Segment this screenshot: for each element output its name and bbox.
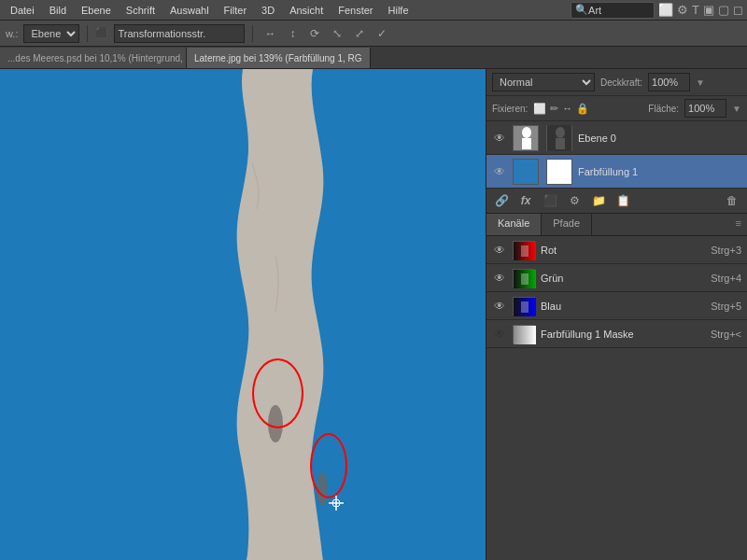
fix-icons: ⬜ ✏ ↔ 🔒	[533, 103, 589, 115]
channel-thumb-gruen	[513, 269, 535, 287]
toolbar-icon-5[interactable]: ▢	[718, 3, 729, 17]
panel-menu-arrow[interactable]: ≡	[730, 214, 747, 235]
channel-blau[interactable]: 👁 Blau Strg+5	[486, 292, 747, 320]
channel-thumb-blau	[513, 297, 535, 315]
canvas-svg	[0, 69, 486, 560]
channel-name-gruen: Grün	[541, 273, 705, 284]
opacity-input[interactable]	[648, 73, 690, 91]
canvas-area[interactable]	[0, 69, 486, 560]
fix-label: Fixieren:	[492, 104, 528, 114]
menu-bar: Datei Bild Ebene Schrift Auswahl Filter …	[0, 0, 747, 21]
channel-shortcut-mask: Strg+<	[711, 329, 741, 340]
svg-rect-11	[556, 138, 565, 149]
tab-0[interactable]: ...des Meeres.psd bei 10,1% (Hintergrund…	[0, 48, 187, 68]
layer-name-0: Ebene 0	[578, 133, 741, 144]
menu-auswahl[interactable]: Auswahl	[163, 3, 216, 18]
toolbar-btn-4[interactable]: ⤡	[328, 24, 346, 43]
tab-pfade[interactable]: Pfade	[542, 214, 592, 235]
flache-label: Fläche:	[648, 104, 679, 114]
menu-datei[interactable]: Datei	[4, 3, 41, 18]
toolbar-icon-2[interactable]: ⚙	[677, 3, 688, 17]
toolbar-btn-6[interactable]: ✓	[373, 24, 391, 43]
channel-mask[interactable]: 👁 Farbfüllung 1 Maske Strg+<	[486, 320, 747, 348]
opacity-arrow[interactable]: ▼	[696, 77, 705, 88]
channel-thumb-rot	[513, 241, 535, 259]
blend-mode-select[interactable]: Normal Multiplizieren Überlagern	[492, 73, 595, 91]
fix-icon-4[interactable]: 🔒	[576, 103, 589, 115]
toolbar-divider-1	[87, 25, 88, 42]
toolbar-btn-5[interactable]: ⤢	[350, 24, 369, 43]
fix-row: Fixieren: ⬜ ✏ ↔ 🔒 Fläche: ▼	[486, 96, 747, 121]
new-layer-icon[interactable]: 📋	[613, 192, 632, 209]
blend-row: Normal Multiplizieren Überlagern Deckkra…	[486, 69, 747, 96]
channel-shortcut-blau: Strg+5	[711, 301, 741, 312]
menu-bild[interactable]: Bild	[43, 3, 73, 18]
svg-rect-17	[521, 301, 529, 313]
menu-filter[interactable]: Filter	[218, 3, 253, 18]
toolbar-btn-3[interactable]: ⟳	[305, 24, 324, 43]
layer-farbfullung1[interactable]: 👁 Farbfüllung 1	[486, 155, 747, 189]
main-area: Normal Multiplizieren Überlagern Deckkra…	[0, 69, 747, 560]
svg-rect-18	[514, 326, 536, 344]
layer-thumb-1	[513, 159, 539, 185]
menu-ansicht[interactable]: Ansicht	[283, 3, 330, 18]
channel-name-mask: Farbfüllung 1 Maske	[541, 329, 705, 340]
link-icon[interactable]: 🔗	[492, 192, 511, 209]
tab-kanale[interactable]: Kanäle	[486, 214, 542, 235]
flache-input[interactable]	[684, 99, 726, 118]
toolbar-btn-1[interactable]: ↔	[261, 24, 279, 43]
channel-eye-gruen[interactable]: 👁	[492, 271, 507, 286]
cursor	[327, 494, 345, 512]
toolbar-icons: ↔ ↕ ⟳ ⤡ ⤢ ✓	[261, 24, 391, 43]
layer-eye-1[interactable]: 👁	[492, 164, 507, 179]
channel-rot[interactable]: 👁 Rot Strg+3	[486, 236, 747, 264]
toolbar-btn-2[interactable]: ↕	[283, 24, 302, 43]
red-circle-2	[310, 433, 347, 498]
fix-icon-2[interactable]: ✏	[550, 103, 558, 115]
delete-icon[interactable]: 🗑	[723, 192, 741, 209]
tabs-bar: ...des Meeres.psd bei 10,1% (Hintergrund…	[0, 47, 747, 69]
channel-eye-rot[interactable]: 👁	[492, 243, 507, 258]
toolbar: w.: Ebene ⬛ ↔ ↕ ⟳ ⤡ ⤢ ✓	[0, 21, 747, 47]
layer-thumb-0	[513, 125, 539, 151]
menu-hilfe[interactable]: Hilfe	[382, 3, 416, 18]
channel-eye-blau[interactable]: 👁	[492, 299, 507, 314]
toolbar-icon-4[interactable]: ▣	[703, 3, 714, 17]
flache-arrow[interactable]: ▼	[732, 104, 741, 114]
svg-rect-15	[521, 273, 529, 285]
channel-name-blau: Blau	[541, 301, 705, 312]
toolbar-label: w.:	[6, 28, 18, 39]
menu-ebene[interactable]: Ebene	[75, 3, 118, 18]
toolbar-icon-3[interactable]: T	[692, 3, 699, 17]
fix-icon-3[interactable]: ↔	[562, 103, 572, 114]
layer-eye-0[interactable]: 👁	[492, 131, 507, 146]
opacity-label: Deckkraft:	[600, 77, 642, 88]
toolbar-icon-6[interactable]: ◻	[733, 3, 743, 17]
svg-rect-13	[521, 245, 529, 257]
toolbar-icon-1[interactable]: ⬜	[658, 3, 673, 17]
search-input[interactable]	[588, 5, 649, 16]
layer-ebene0[interactable]: 👁 Ebene 0	[486, 121, 747, 155]
menu-fenster[interactable]: Fenster	[331, 3, 379, 18]
adjustment-icon[interactable]: ⚙	[565, 192, 584, 209]
fix-icon-1[interactable]: ⬜	[533, 103, 546, 115]
transform-input[interactable]	[114, 24, 245, 43]
svg-rect-8	[522, 138, 531, 149]
group-icon[interactable]: 📁	[589, 192, 608, 209]
menu-schrift[interactable]: Schrift	[120, 3, 162, 18]
layer-select[interactable]: Ebene	[23, 24, 79, 43]
layer-mask-thumb-0	[546, 125, 572, 151]
channel-name-rot: Rot	[541, 245, 705, 256]
menu-3d[interactable]: 3D	[255, 3, 281, 18]
panel-bottom-icons: 🔗 fx ⬛ ⚙ 📁 📋 🗑	[486, 189, 747, 214]
channel-shortcut-gruen: Strg+4	[711, 273, 741, 284]
channel-eye-mask[interactable]: 👁	[492, 327, 507, 342]
tab-1[interactable]: Laterne.jpg bei 139% (Farbfüllung 1, RG	[187, 48, 371, 68]
fx-icon[interactable]: fx	[516, 192, 535, 209]
tab-0-label: ...des Meeres.psd bei 10,1% (Hintergrund…	[7, 53, 187, 63]
channel-gruen[interactable]: 👁 Grün Strg+4	[486, 264, 747, 292]
layer-name-1: Farbfüllung 1	[578, 166, 741, 177]
svg-point-7	[522, 127, 531, 138]
fill-icon[interactable]: ⬛	[541, 192, 559, 209]
search-icon: 🔍	[575, 4, 588, 16]
